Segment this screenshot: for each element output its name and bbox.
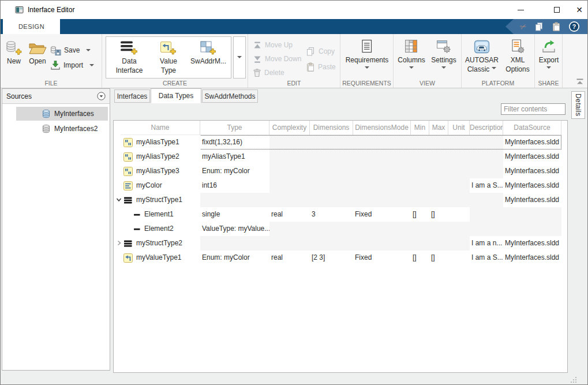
minimize-button[interactable] [512,2,529,18]
cell-name[interactable]: myColor [121,178,200,193]
cell-datasource[interactable]: MyInterfaces.sldd [503,236,561,251]
columns-button[interactable]: Columns [396,38,427,71]
column-header-max[interactable]: Max [429,121,448,135]
import-dropdown-caret[interactable] [89,64,94,69]
table-row[interactable]: myAliasType3Enum: myColorMyInterfaces.sl… [121,164,561,178]
cell-name[interactable]: myStructType1 [121,193,200,207]
cell-dimensions[interactable]: 3 [310,207,353,222]
column-header-type[interactable]: Type [200,121,269,135]
column-header-description[interactable]: Description [470,121,503,135]
cell-type[interactable]: myAliasType1 [200,149,269,164]
cut-button[interactable]: ✂ [520,21,527,32]
column-header-dimensionsmode[interactable]: DimensionsMode [353,121,411,135]
cell-datasource[interactable]: MyInterfaces.sldd [503,149,561,164]
cell-type[interactable]: Enum: myColor [200,164,269,178]
export-button[interactable]: Export [536,38,561,71]
chevron-down-icon[interactable] [115,196,122,203]
tab-interfaces[interactable]: Interfaces [114,89,150,103]
cell-datasource[interactable]: MyInterfaces.sldd [503,178,561,193]
requirements-button[interactable]: Requirements [343,38,391,71]
cell-description[interactable]: I am a n... [470,236,503,251]
cell-name[interactable]: myAliasType3 [121,164,200,178]
cell-datasource[interactable]: MyInterfaces.sldd [503,164,561,178]
sources-item-myinterfaces2[interactable]: MyInterfaces2 [16,122,108,136]
details-tab[interactable]: Details [571,91,585,119]
cell-dimensionsmode[interactable]: Fixed [353,207,411,222]
cell-description[interactable]: I am a S... [470,251,503,265]
settings-button[interactable]: Settings [429,38,458,71]
filter-input[interactable] [501,103,565,115]
sources-item-myinterfaces[interactable]: MyInterfaces [16,107,108,121]
collapse-ribbon-button[interactable] [574,77,586,86]
close-button[interactable]: ✕ [571,2,588,18]
cell-description[interactable]: I am a S... [470,178,503,193]
tab-swaddrmethods[interactable]: SwAddrMethods [202,89,258,103]
cell-complexity[interactable]: real [269,251,310,265]
cell-type[interactable]: single [200,207,269,222]
tab-design[interactable]: DESIGN [3,19,60,34]
cell-name[interactable]: myStructType2 [121,236,200,251]
cell-name[interactable]: Element2 [121,222,200,236]
cell-type[interactable]: Enum: myColor [200,251,269,265]
xml-options-button[interactable]: XML Options [503,38,532,73]
delete-button[interactable]: Delete [253,67,284,79]
cell-unit[interactable] [448,207,470,222]
maximize-button[interactable] [548,2,565,18]
column-header-name[interactable]: Name [121,121,200,135]
cell-datasource[interactable]: MyInterfaces.sldd [503,193,561,207]
cell-min[interactable]: [] [411,207,429,222]
value-type-button[interactable]: Value Type [152,39,185,74]
qat-copy-button[interactable] [534,21,544,32]
cell-type[interactable]: int16 [200,178,269,193]
chevron-right-icon[interactable] [115,240,122,246]
cell-name[interactable]: myAliasType2 [121,149,200,164]
column-header-datasource[interactable]: DataSource [503,121,561,135]
cell-dimensions [310,193,353,207]
column-header-unit[interactable]: Unit [448,121,470,135]
table-row[interactable]: myStructType2I am a n...MyInterfaces.sld… [121,236,561,251]
autosar-classic-button[interactable]: AUTOSAR Classic [463,38,501,73]
new-button[interactable]: New [3,38,25,65]
cell-max[interactable]: [] [429,251,448,265]
sources-menu-button[interactable] [96,92,106,101]
qat-paste-button[interactable] [552,21,561,32]
paste-button[interactable]: Paste [306,61,336,73]
column-header-complexity[interactable]: Complexity [269,121,310,135]
cell-unit[interactable] [448,251,470,265]
move-up-button[interactable]: Move Up [253,39,293,51]
copy-button[interactable]: Copy [306,46,335,57]
data-interface-button[interactable]: Data Interface [111,39,148,74]
import-button[interactable]: Import [50,59,94,71]
cell-complexity[interactable]: real [269,207,310,222]
move-down-button[interactable]: Move Down [253,53,301,65]
cell-type[interactable]: fixdt(1,32,16) [200,135,269,149]
create-gallery-dropdown[interactable] [233,36,246,79]
cell-name[interactable]: Element1 [121,207,200,222]
table-row[interactable]: myColorint16I am a S...MyInterfaces.sldd [121,178,561,193]
table-row[interactable]: myAliasType2myAliasType1MyInterfaces.sld… [121,149,561,164]
table-row[interactable]: myAliasType1fixdt(1,32,16)MyInterfaces.s… [121,135,561,149]
save-dropdown-caret[interactable] [86,49,91,54]
column-header-dimensions[interactable]: Dimensions [310,121,353,135]
cell-name[interactable]: myAliasType1 [121,135,200,149]
column-header-min[interactable]: Min [411,121,429,135]
cell-datasource[interactable]: MyInterfaces.sldd [503,251,561,265]
help-button[interactable]: ? [568,21,580,32]
tab-data-types[interactable]: Data Types [151,88,201,103]
cell-dimensionsmode[interactable]: Fixed [353,251,411,265]
cell-max[interactable]: [] [429,207,448,222]
table-row[interactable]: myValueType1Enum: myColorreal[2 3]Fixed[… [121,251,561,265]
table-row[interactable]: myStructType1MyInterfaces.sldd [121,193,561,207]
cell-dimensions[interactable]: [2 3] [310,251,353,265]
cell-datasource[interactable]: MyInterfaces.sldd [503,135,561,149]
cell-type[interactable]: ValueType: myValue... [200,222,269,236]
cell-min[interactable]: [] [411,251,429,265]
swaddrmethod-button[interactable]: SwAddrM... [188,39,229,65]
resize-grip[interactable] [571,377,577,383]
cell-name[interactable]: myValueType1 [121,251,200,265]
open-button[interactable]: Open [26,38,49,65]
save-button[interactable]: Save [50,44,91,56]
database-blue-icon [42,109,51,118]
table-row[interactable]: Element1singlereal3Fixed[][] [121,207,561,222]
table-row[interactable]: Element2ValueType: myValue... [121,222,561,236]
